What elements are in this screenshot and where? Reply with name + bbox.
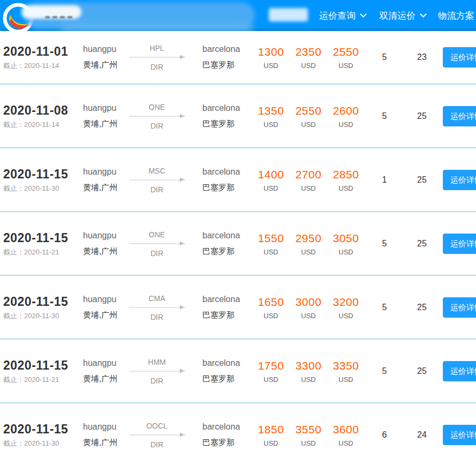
price-value: 2350: [290, 46, 327, 58]
destination-cell: barcelona 巴塞罗那: [202, 295, 253, 320]
currency-label: USD: [327, 375, 365, 383]
price-value: 1650: [252, 295, 290, 308]
nav-item-double-clearance[interactable]: 双清运价: [379, 0, 426, 31]
currency-label: USD: [290, 184, 327, 192]
deadline-label: 截止：: [3, 439, 24, 447]
destination-cell: barcelona 巴塞罗那: [202, 358, 253, 384]
carrier-cell: ONE DIR: [127, 102, 186, 130]
rate-detail-button[interactable]: 运价详情: [443, 47, 476, 67]
deadline-text: 截止：2020-11-14: [3, 119, 84, 129]
rate-row: 2020-11-15 截止：2020-11-21 huangpu 黄埔,广州 O…: [0, 212, 476, 276]
origin-name-en: huangpu: [83, 44, 131, 54]
destination-name-en: barcelona: [202, 422, 253, 432]
logo-text-dashes: [45, 16, 74, 18]
price-40gp-cell: 3000 USD: [290, 295, 327, 319]
destination-cell: barcelona 巴塞罗那: [202, 231, 253, 257]
deadline-text: 截止：2020-11-30: [3, 183, 84, 193]
origin-name-cn: 黄埔,广州: [83, 246, 131, 257]
count-cell-2: 23: [411, 52, 433, 62]
price-40gp-cell: 3300 USD: [290, 359, 327, 383]
price-value: 3000: [290, 295, 327, 308]
nav-item-freight-query[interactable]: 运价查询: [319, 0, 366, 31]
count-cell-2: 25: [411, 175, 433, 185]
service-type: DIR: [150, 440, 163, 448]
freight-rate-page: 运价查询 双清运价 物流方案 2020-11-01 截止：2020-11-14 …: [0, 0, 476, 458]
deadline-date: 2020-11-30: [24, 184, 59, 192]
count-cell-2: 25: [411, 111, 433, 121]
deadline-text: 截止：2020-11-30: [3, 438, 84, 448]
price-value: 3550: [290, 423, 327, 436]
carrier-cell: MSC DIR: [127, 166, 186, 193]
rate-detail-button[interactable]: 运价详情: [443, 106, 476, 126]
origin-cell: huangpu 黄埔,广州: [83, 422, 131, 448]
service-type: DIR: [150, 376, 163, 385]
price-20gp-cell: 1850 USD: [252, 423, 290, 447]
currency-label: USD: [252, 311, 290, 319]
count-cell-2: 25: [411, 366, 433, 376]
nav-item-logistics-plan[interactable]: 物流方案: [438, 0, 476, 31]
site-logo[interactable]: [2, 1, 259, 33]
price-20gp-cell: 1550 USD: [252, 231, 290, 256]
route-arrow-icon: [129, 434, 185, 435]
deadline-label: 截止：: [3, 120, 24, 128]
date-cell: 2020-11-15 截止：2020-11-30: [3, 422, 84, 448]
price-value: 3050: [327, 231, 365, 244]
currency-label: USD: [252, 62, 290, 70]
origin-cell: huangpu 黄埔,广州: [83, 231, 131, 257]
departure-date: 2020-11-15: [3, 230, 84, 245]
price-20gp-cell: 1400 USD: [252, 168, 290, 192]
destination-name-en: barcelona: [202, 358, 253, 368]
date-cell: 2020-11-15 截止：2020-11-21: [3, 358, 84, 384]
date-cell: 2020-11-15 截止：2020-11-30: [3, 294, 84, 320]
destination-name-en: barcelona: [202, 295, 253, 304]
price-value: 3200: [327, 295, 365, 308]
count-cell-1: 5: [374, 366, 395, 376]
currency-label: USD: [290, 247, 327, 256]
destination-name-en: barcelona: [202, 103, 253, 113]
service-type: DIR: [150, 185, 163, 193]
rate-detail-button[interactable]: 运价详情: [443, 297, 476, 318]
departure-date: 2020-11-15: [3, 422, 84, 436]
nav-item-redacted[interactable]: [269, 8, 308, 21]
rate-detail-button[interactable]: 运价详情: [443, 234, 476, 254]
currency-label: USD: [290, 62, 327, 70]
currency-label: USD: [252, 439, 290, 447]
nav-item-label: 物流方案: [438, 10, 474, 22]
price-40gp-cell: 2550 USD: [290, 104, 327, 128]
deadline-date: 2020-11-21: [24, 375, 59, 383]
price-value: 3300: [290, 359, 327, 372]
origin-name-en: huangpu: [83, 231, 131, 241]
rate-row: 2020-11-15 截止：2020-11-30 huangpu 黄埔,广州 C…: [0, 276, 476, 340]
price-20gp-cell: 1300 USD: [252, 46, 290, 70]
price-20gp-cell: 1350 USD: [252, 104, 290, 128]
destination-name-cn: 巴塞罗那: [202, 374, 253, 384]
currency-label: USD: [327, 247, 365, 256]
rate-detail-button[interactable]: 运价详情: [443, 361, 476, 381]
currency-label: USD: [290, 311, 327, 319]
origin-name-cn: 黄埔,广州: [83, 374, 131, 384]
count-cell-1: 5: [374, 303, 395, 312]
currency-label: USD: [290, 120, 327, 128]
count-cell-2: 25: [411, 303, 433, 312]
deadline-date: 2020-11-30: [24, 439, 59, 447]
origin-name-cn: 黄埔,广州: [83, 119, 131, 129]
count-cell-1: 1: [374, 175, 395, 185]
deadline-date: 2020-11-21: [24, 247, 59, 256]
origin-cell: huangpu 黄埔,广州: [83, 358, 131, 384]
origin-cell: huangpu 黄埔,广州: [83, 295, 131, 320]
date-cell: 2020-11-01 截止：2020-11-14: [3, 44, 84, 71]
destination-name-cn: 巴塞罗那: [202, 60, 253, 70]
rate-detail-button[interactable]: 运价详情: [443, 170, 476, 190]
deadline-text: 截止：2020-11-21: [3, 247, 84, 257]
origin-name-en: huangpu: [83, 103, 131, 113]
carrier-cell: HMM DIR: [127, 357, 186, 385]
departure-date: 2020-11-01: [3, 44, 84, 59]
origin-cell: huangpu 黄埔,广州: [83, 44, 131, 70]
price-40gp-cell: 3550 USD: [290, 423, 327, 447]
rate-detail-button[interactable]: 运价详情: [443, 425, 476, 445]
price-value: 3350: [327, 359, 365, 372]
destination-name-cn: 巴塞罗那: [202, 183, 253, 193]
price-value: 2700: [290, 168, 327, 181]
price-value: 2550: [290, 104, 327, 117]
destination-name-en: barcelona: [202, 231, 253, 241]
